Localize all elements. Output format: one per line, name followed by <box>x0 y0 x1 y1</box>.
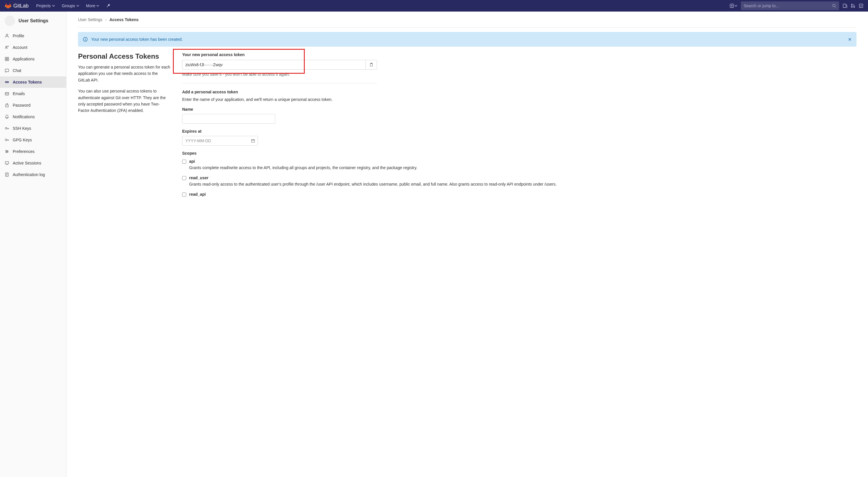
sidebar-item-label: Profile <box>13 34 24 38</box>
add-token-heading: Add a personal access token <box>182 90 857 94</box>
scope-checkbox-read_api[interactable] <box>182 193 186 197</box>
svg-point-21 <box>5 127 7 129</box>
wrench-icon <box>106 3 111 8</box>
section-divider <box>182 83 377 83</box>
user-avatar <box>5 15 15 26</box>
token-icon <box>5 80 9 85</box>
key-icon <box>5 126 9 131</box>
svg-rect-31 <box>370 64 373 66</box>
settings-sidebar: User Settings ProfileAccountApplications… <box>0 11 66 477</box>
svg-point-17 <box>7 82 7 83</box>
add-token-sub: Enter the name of your application, and … <box>182 97 857 102</box>
merge-request-icon <box>851 3 855 8</box>
divider <box>78 27 857 28</box>
scope-name: api <box>189 159 857 164</box>
sidebar-item-active-sessions[interactable]: Active Sessions <box>0 157 66 169</box>
svg-point-3 <box>851 4 852 5</box>
sidebar-item-ssh-keys[interactable]: SSH Keys <box>0 123 66 134</box>
plus-icon <box>730 4 734 8</box>
sidebar-item-label: GPG Keys <box>13 137 32 142</box>
sidebar-item-label: Account <box>13 45 28 50</box>
svg-point-29 <box>85 38 86 39</box>
sidebar-item-notifications[interactable]: Notifications <box>0 111 66 123</box>
sidebar-item-label: SSH Keys <box>13 126 31 131</box>
sidebar-item-access-tokens[interactable]: Access Tokens <box>0 76 66 88</box>
sidebar-item-emails[interactable]: Emails <box>0 88 66 99</box>
navbar-right <box>730 1 863 10</box>
sidebar-item-profile[interactable]: Profile <box>0 30 66 42</box>
expires-at-input[interactable] <box>182 136 258 146</box>
nav-projects[interactable]: Projects <box>33 1 58 10</box>
breadcrumb-parent[interactable]: User Settings <box>78 17 102 22</box>
svg-rect-19 <box>5 93 9 95</box>
todos-icon-link[interactable] <box>859 3 863 8</box>
scope-description: Grants complete read/write access to the… <box>189 165 857 171</box>
sidebar-item-label: Applications <box>13 57 35 61</box>
issues-icon <box>842 3 847 8</box>
nav-admin-wrench[interactable] <box>103 1 114 10</box>
alert-close-button[interactable]: × <box>848 36 851 42</box>
sidebar-item-label: Chat <box>13 68 21 73</box>
scope-description: Grants read-only access to the authentic… <box>189 181 857 187</box>
svg-point-25 <box>6 152 7 153</box>
navbar-left: GitLab Projects Groups More <box>5 1 114 10</box>
search-input[interactable] <box>744 3 832 8</box>
lock-icon <box>5 103 9 107</box>
nav-groups[interactable]: Groups <box>59 1 82 10</box>
svg-rect-11 <box>7 57 9 59</box>
top-navbar: GitLab Projects Groups More <box>0 0 868 11</box>
sidebar-item-label: Authentication log <box>13 172 45 177</box>
svg-point-8 <box>6 46 7 48</box>
new-dropdown[interactable] <box>730 4 737 8</box>
copy-token-button[interactable] <box>366 60 377 70</box>
token-value-input[interactable] <box>182 60 366 70</box>
profile-icon <box>5 34 9 38</box>
log-icon <box>5 172 9 177</box>
sidebar-item-label: Password <box>13 103 30 107</box>
sidebar-item-label: Access Tokens <box>13 80 42 85</box>
email-icon <box>5 91 9 96</box>
token-name-input[interactable] <box>182 114 275 124</box>
gitlab-logo[interactable]: GitLab <box>5 2 29 9</box>
sidebar-item-label: Emails <box>13 91 25 96</box>
sidebar-item-chat[interactable]: Chat <box>0 65 66 76</box>
sidebar-item-preferences[interactable]: Preferences <box>0 146 66 157</box>
chevron-down-icon <box>76 4 79 7</box>
key-icon <box>5 137 9 142</box>
sidebar-item-authentication-log[interactable]: Authentication log <box>0 169 66 181</box>
sidebar-item-applications[interactable]: Applications <box>0 53 66 65</box>
svg-rect-10 <box>5 57 7 59</box>
sidebar-item-gpg-keys[interactable]: GPG Keys <box>0 134 66 146</box>
chevron-down-icon <box>735 4 737 7</box>
todos-icon <box>859 3 863 8</box>
issues-icon-link[interactable] <box>842 3 847 8</box>
nav-more[interactable]: More <box>83 1 102 10</box>
scope-checkbox-read_user[interactable] <box>182 176 186 180</box>
scope-checkbox-api[interactable] <box>182 160 186 164</box>
scope-read_user: read_userGrants read-only access to the … <box>182 176 857 187</box>
page-description-2: You can also use personal access tokens … <box>78 88 170 114</box>
token-created-alert: Your new personal access token has been … <box>78 32 857 46</box>
sidebar-title: User Settings <box>19 18 48 24</box>
search-box[interactable] <box>741 1 839 10</box>
sidebar-item-password[interactable]: Password <box>0 99 66 111</box>
breadcrumb-separator: › <box>105 17 107 22</box>
sidebar-item-account[interactable]: Account <box>0 42 66 53</box>
expires-label: Expires at <box>182 129 857 133</box>
alert-message: Your new personal access token has been … <box>91 37 183 42</box>
sidebar-item-label: Notifications <box>13 115 35 119</box>
sidebar-item-label: Active Sessions <box>13 161 41 165</box>
breadcrumb: User Settings › Access Tokens <box>78 17 857 22</box>
svg-point-1 <box>833 4 835 7</box>
chat-icon <box>5 68 9 73</box>
main-content: User Settings › Access Tokens Your new p… <box>66 11 868 477</box>
scopes-label: Scopes <box>182 151 857 156</box>
svg-rect-14 <box>5 69 9 72</box>
scope-name: read_user <box>189 176 857 180</box>
merge-requests-icon-link[interactable] <box>851 3 855 8</box>
page-description-1: You can generate a personal access token… <box>78 64 170 83</box>
new-token-section: Your new personal access token Make sure… <box>182 52 857 76</box>
page-intro: Personal Access Tokens You can generate … <box>78 52 170 202</box>
svg-rect-2 <box>843 4 846 7</box>
svg-rect-12 <box>5 59 7 61</box>
